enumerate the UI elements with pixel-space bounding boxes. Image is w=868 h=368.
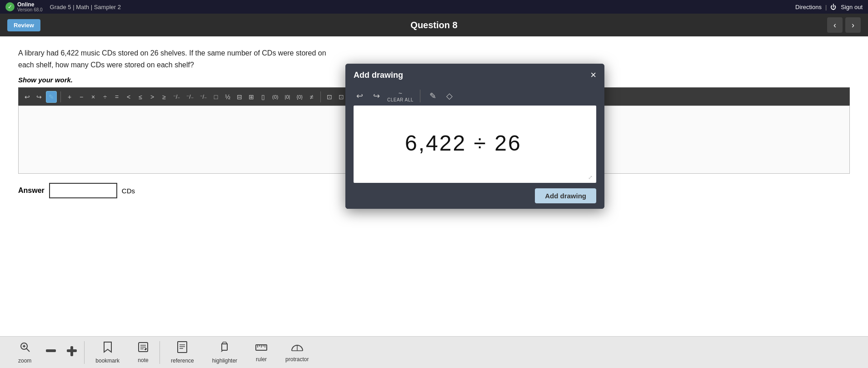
signout-icon: ⏻ <box>830 4 836 10</box>
lt-button[interactable]: < <box>124 91 134 103</box>
drawing-canvas[interactable]: 6,422 ÷ 26 ⤢ <box>354 106 596 183</box>
table1-button[interactable]: ⊡ <box>324 91 334 103</box>
neq-button[interactable]: ≠ <box>307 91 317 103</box>
highlighter-tool[interactable]: highlighter <box>203 338 246 367</box>
cds-label: CDs <box>122 187 135 195</box>
answer-input[interactable] <box>49 183 117 198</box>
modal-header: Add drawing × <box>345 64 604 86</box>
online-label: Online <box>17 2 43 7</box>
zoom-icon <box>19 341 31 356</box>
svg-rect-11 <box>178 342 187 353</box>
ruler-label: ruler <box>256 356 267 363</box>
svg-rect-6 <box>70 346 73 356</box>
modal-eraser-button[interactable]: ◇ <box>444 89 455 103</box>
svg-rect-4 <box>46 349 56 352</box>
frac3-button[interactable]: ⁻/₋ <box>198 91 209 103</box>
ruler-tool[interactable]: ruler <box>246 340 276 365</box>
bottom-toolbar: zoom bookmark <box>0 336 868 368</box>
answer-label: Answer <box>18 187 45 195</box>
edit-mode-button[interactable]: ✎ <box>46 91 57 103</box>
toolbar-separator-1 <box>60 91 61 102</box>
plus-zoom-icon <box>66 345 78 360</box>
ruler-icon <box>255 343 267 354</box>
question-header: Review Question 8 ‹ › <box>0 14 868 36</box>
zoom-tool[interactable]: zoom <box>9 338 40 367</box>
modal-pen-button[interactable]: ✎ <box>427 89 439 103</box>
review-button[interactable]: Review <box>7 19 40 31</box>
bottom-separator-2 <box>160 341 160 364</box>
drawing-content: 6,422 ÷ 26 <box>405 131 522 156</box>
svg-rect-15 <box>222 344 227 350</box>
modal-close-button[interactable]: × <box>590 70 596 80</box>
protractor-label: protractor <box>285 356 309 363</box>
protractor-icon <box>291 343 303 354</box>
modal-undo-button[interactable]: ↩ <box>354 89 366 103</box>
frac1-button[interactable]: ⁻/₋ <box>171 91 182 103</box>
sq-button[interactable]: □ <box>211 91 221 103</box>
minus-zoom-tool[interactable] <box>40 343 61 363</box>
question-title: Question 8 <box>410 20 457 30</box>
minus-zoom-icon <box>45 345 57 360</box>
question-text-line1: A library had 6,422 music CDs stored on … <box>18 47 850 59</box>
highlighter-label: highlighter <box>212 358 237 364</box>
redo-button[interactable]: ↪ <box>34 91 44 103</box>
online-badge: ✓ Online Version 68.0 <box>5 2 43 12</box>
top-bar-right: Directions | ⏻ Sign out <box>795 4 863 10</box>
gte-button[interactable]: ≥ <box>159 91 169 103</box>
frac2-button[interactable]: ⁻/₋ <box>184 91 195 103</box>
zoom-label: zoom <box>18 358 31 364</box>
separator: | <box>825 4 827 10</box>
pipe-button[interactable]: ▯ <box>258 91 268 103</box>
abs-button[interactable]: |0| <box>282 91 292 103</box>
directions-button[interactable]: Directions <box>795 4 822 10</box>
equals-button[interactable]: = <box>112 91 122 103</box>
note-label: note <box>138 357 148 363</box>
add-drawing-button[interactable]: Add drawing <box>535 188 596 203</box>
col-button[interactable]: ⊞ <box>246 91 256 103</box>
clear-all-button[interactable]: ~ CLEAR ALL <box>387 90 414 102</box>
bookmark-icon <box>103 341 112 356</box>
svg-line-1 <box>26 348 30 352</box>
signout-button[interactable]: Sign out <box>841 4 863 10</box>
lte-button[interactable]: ≤ <box>135 91 145 103</box>
reference-tool[interactable]: reference <box>162 338 203 367</box>
top-bar: ✓ Online Version 68.0 Grade 5 | Math | S… <box>0 0 868 14</box>
undo-button[interactable]: ↩ <box>22 91 32 103</box>
prev-button[interactable]: ‹ <box>827 17 843 33</box>
modal-toolbar-separator <box>420 90 420 102</box>
braces-button[interactable]: {0} <box>294 91 304 103</box>
modal-footer: Add drawing <box>345 183 604 209</box>
table2-button[interactable]: ⊡ <box>336 91 346 103</box>
half-button[interactable]: ½ <box>223 91 233 103</box>
parens-button[interactable]: (0) <box>270 91 280 103</box>
toolbar-separator-2 <box>320 91 321 102</box>
note-tool[interactable]: note <box>129 339 158 366</box>
gt-button[interactable]: > <box>147 91 157 103</box>
clear-all-label: CLEAR ALL <box>387 97 414 102</box>
minus-button[interactable]: − <box>76 91 86 103</box>
bookmark-tool[interactable]: bookmark <box>86 338 129 367</box>
halfsq-button[interactable]: ⊟ <box>234 91 244 103</box>
bottom-separator-1 <box>84 341 85 364</box>
bookmark-label: bookmark <box>95 358 120 364</box>
next-button[interactable]: › <box>845 17 861 33</box>
plus-button[interactable]: + <box>65 91 75 103</box>
clear-top-icon: ~ <box>399 90 402 97</box>
plus-zoom-tool[interactable] <box>61 343 82 363</box>
protractor-tool[interactable]: protractor <box>276 340 318 365</box>
online-check-icon: ✓ <box>5 2 15 11</box>
modal-title: Add drawing <box>354 71 590 80</box>
add-drawing-modal: Add drawing × ↩ ↪ ~ CLEAR ALL ✎ ◇ 6,422 … <box>345 64 604 209</box>
grade-info: Grade 5 | Math | Sampler 2 <box>50 4 121 10</box>
modal-redo-button[interactable]: ↪ <box>370 89 383 103</box>
highlighter-icon <box>219 341 229 356</box>
divide-button[interactable]: ÷ <box>100 91 110 103</box>
reference-label: reference <box>171 358 194 364</box>
modal-toolbar: ↩ ↪ ~ CLEAR ALL ✎ ◇ <box>345 86 604 106</box>
times-button[interactable]: × <box>88 91 98 103</box>
version-label: Version 68.0 <box>17 7 43 12</box>
resize-handle[interactable]: ⤢ <box>588 175 594 181</box>
note-icon <box>138 342 149 355</box>
reference-icon <box>177 341 188 356</box>
nav-buttons: ‹ › <box>827 17 861 33</box>
